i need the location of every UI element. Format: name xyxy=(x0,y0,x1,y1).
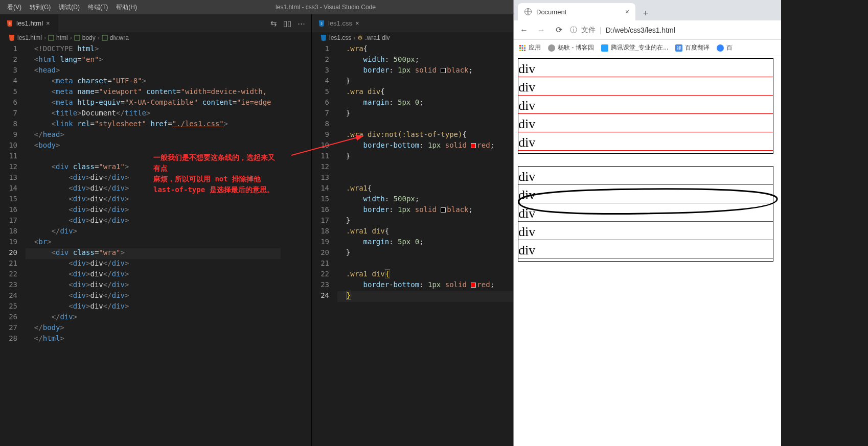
rendered-div: div xyxy=(518,80,773,96)
html-file-icon: 5 xyxy=(6,20,13,27)
reload-button[interactable]: ⟳ xyxy=(553,24,565,36)
tab-les1-html[interactable]: 5 les1.html × xyxy=(0,14,58,32)
element-icon xyxy=(102,35,108,41)
tab-label: les1.html xyxy=(16,19,43,27)
menu-terminal[interactable]: 终端(T) xyxy=(84,3,112,12)
element-icon xyxy=(74,35,80,41)
split-icon[interactable]: ▯▯ xyxy=(283,19,291,28)
svg-rect-2 xyxy=(75,35,80,40)
menu-view[interactable]: 看(V) xyxy=(3,3,26,12)
rendered-div: div xyxy=(518,98,773,114)
svg-rect-8 xyxy=(522,45,523,46)
vscode-window: 看(V) 转到(G) 调试(D) 终端(T) 帮助(H) les1.html -… xyxy=(0,0,513,446)
breadcrumb-right[interactable]: les1.css› ⚙ .wra1 div xyxy=(312,32,513,43)
rendered-div: div xyxy=(518,169,773,185)
minimap[interactable] xyxy=(281,43,311,446)
editor-area: 5 les1.html × ⇆ ▯▯ ⋯ les1.html› html› bo… xyxy=(0,14,513,446)
back-button[interactable]: ← xyxy=(518,24,530,36)
svg-rect-13 xyxy=(519,50,521,51)
bookmark-icon xyxy=(548,44,555,52)
tab-les1-css[interactable]: 3 les1.css × xyxy=(312,14,368,32)
browser-tab-strip: Document × + xyxy=(514,0,781,20)
menu-debug[interactable]: 调试(D) xyxy=(55,3,84,12)
bookmark-1[interactable]: 杨耿 - 博客园 xyxy=(548,43,594,52)
svg-rect-15 xyxy=(524,50,526,51)
code-lines[interactable]: <!DOCTYPE html> <html lang="en"> <head> … xyxy=(26,43,281,446)
code-lines[interactable]: .wra{ width: 500px; border: 1px solid bl… xyxy=(337,43,513,446)
svg-text:5: 5 xyxy=(9,21,11,25)
close-icon[interactable]: × xyxy=(625,8,629,16)
bookmark-icon: 译 xyxy=(675,44,682,52)
code-area-css[interactable]: 123456789101112131415161718192021222324 … xyxy=(312,43,513,446)
new-tab-button[interactable]: + xyxy=(638,6,653,20)
browser-tab-title: Document xyxy=(536,8,566,16)
editor-pane-html: 5 les1.html × ⇆ ▯▯ ⋯ les1.html› html› bo… xyxy=(0,14,312,446)
tabs-right: 3 les1.css × xyxy=(312,14,513,32)
address-bar[interactable]: ⓘ 文件 | D:/web/css3/les1.html xyxy=(570,26,777,35)
css-file-icon xyxy=(320,34,327,41)
bookmark-4[interactable]: 百 xyxy=(717,43,733,52)
bookmark-2[interactable]: 腾讯课堂_专业的在... xyxy=(601,43,669,52)
close-icon[interactable]: × xyxy=(355,19,361,27)
html-file-icon xyxy=(8,34,15,41)
close-icon[interactable]: × xyxy=(46,19,52,27)
rendered-div: div xyxy=(518,187,773,203)
rendered-div: div xyxy=(518,61,773,77)
forward-button[interactable]: → xyxy=(535,24,547,36)
bookmark-icon xyxy=(717,44,724,52)
gutter: 123456789101112131415161718192021222324 xyxy=(312,43,337,446)
rendered-wra1: div div div div div xyxy=(518,58,773,154)
svg-rect-9 xyxy=(524,45,526,46)
compare-icon[interactable]: ⇆ xyxy=(270,19,277,28)
url-text: D:/web/css3/les1.html xyxy=(606,26,675,34)
more-icon[interactable]: ⋯ xyxy=(298,19,305,28)
svg-rect-11 xyxy=(522,47,523,49)
info-icon[interactable]: ⓘ xyxy=(570,26,577,35)
svg-rect-7 xyxy=(519,45,521,46)
svg-text:3: 3 xyxy=(321,21,323,25)
apps-button[interactable]: 应用 xyxy=(519,43,541,52)
rendered-wra: div div div div div xyxy=(518,166,773,262)
bookmarks-bar: 应用 杨耿 - 博客园 腾讯课堂_专业的在... 译百度翻译 百 xyxy=(514,40,781,56)
bookmark-3[interactable]: 译百度翻译 xyxy=(675,43,710,52)
rendered-div: div xyxy=(518,224,773,240)
svg-rect-10 xyxy=(519,47,521,49)
browser-viewport: div div div div div div div div div div xyxy=(514,56,781,446)
rendered-div: div xyxy=(518,135,773,151)
tabs-left: 5 les1.html × ⇆ ▯▯ ⋯ xyxy=(0,14,311,32)
globe-icon xyxy=(524,8,532,16)
menu-help[interactable]: 帮助(H) xyxy=(112,3,141,12)
svg-rect-1 xyxy=(49,35,54,40)
apps-icon xyxy=(519,44,526,52)
annotation-text: 一般我们是不想要这条线的，选起来又有点 麻烦，所以可以用 not 排除掉他 la… xyxy=(153,152,281,195)
window-title: les1.html - css3 - Visual Studio Code xyxy=(141,4,510,11)
svg-rect-3 xyxy=(102,35,107,40)
tab-label: les1.css xyxy=(328,19,352,27)
bookmark-icon xyxy=(601,44,608,52)
rendered-div: div xyxy=(518,243,773,259)
breadcrumb-left[interactable]: les1.html› html› body› div.wra xyxy=(0,32,311,43)
browser-toolbar: ← → ⟳ ⓘ 文件 | D:/web/css3/les1.html xyxy=(514,20,781,40)
css-file-icon: 3 xyxy=(318,20,325,27)
menu-bar: 看(V) 转到(G) 调试(D) 终端(T) 帮助(H) les1.html -… xyxy=(0,0,513,14)
menu-goto[interactable]: 转到(G) xyxy=(26,3,55,12)
browser-window: Document × + ← → ⟳ ⓘ 文件 | D:/web/css3/le… xyxy=(513,0,781,446)
browser-tab[interactable]: Document × xyxy=(518,3,635,20)
editor-pane-css: 3 les1.css × les1.css› ⚙ .wra1 div 12345… xyxy=(312,14,513,446)
element-icon xyxy=(48,35,54,41)
gutter: 1234567891011121314151617181920212223242… xyxy=(0,43,26,446)
rendered-div: div xyxy=(518,116,773,132)
code-area-html[interactable]: 1234567891011121314151617181920212223242… xyxy=(0,43,311,446)
rendered-div: div xyxy=(518,206,773,222)
svg-rect-12 xyxy=(524,47,526,49)
svg-rect-14 xyxy=(522,50,523,51)
